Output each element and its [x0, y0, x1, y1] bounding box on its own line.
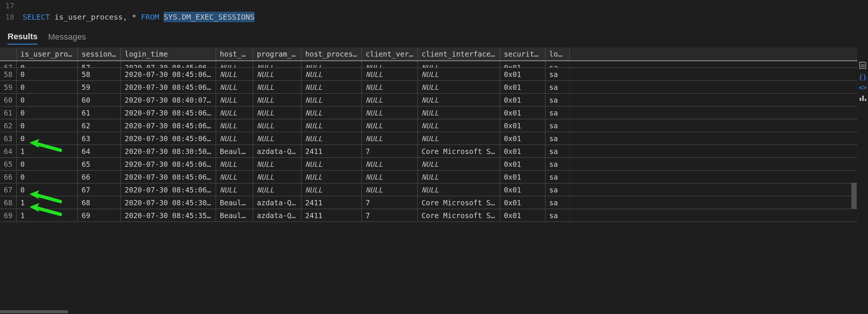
cell-host_process_id[interactable]: NULL: [301, 106, 362, 119]
cell-login_name[interactable]: sa: [545, 196, 570, 209]
cell-client_interface_name[interactable]: NULL: [418, 171, 500, 183]
cell-login_time[interactable]: 2020-07-30 08:45:30.117: [121, 196, 216, 209]
cell-login_time[interactable]: 2020-07-30 08:45:06.783: [121, 61, 216, 68]
cell-security_id[interactable]: 0x01: [500, 119, 545, 132]
cell-security_id[interactable]: 0x01: [500, 158, 545, 170]
cell-client_version[interactable]: NULL: [362, 158, 418, 170]
cell-session_id[interactable]: 66: [78, 171, 121, 183]
tab-results[interactable]: Results: [8, 32, 37, 45]
cell-session_id[interactable]: 59: [78, 81, 121, 93]
cell-host_name[interactable]: NULL: [216, 119, 253, 132]
column-header[interactable]: login_time: [121, 48, 216, 60]
cell-client_interface_name[interactable]: NULL: [418, 183, 500, 196]
table-row[interactable]: 620622020-07-30 08:45:06.783NULLNULLNULL…: [0, 119, 857, 132]
cell-is_user_process[interactable]: 0: [17, 106, 78, 119]
cell-host_name[interactable]: NULL: [216, 68, 253, 80]
cell-session_id[interactable]: 62: [78, 119, 121, 132]
save-json-icon[interactable]: {}: [859, 73, 867, 81]
horizontal-scrollbar-thumb[interactable]: [0, 310, 68, 313]
cell-client_version[interactable]: NULL: [362, 68, 418, 80]
cell-client_version[interactable]: NULL: [362, 132, 418, 145]
cell-host_process_id[interactable]: NULL: [301, 119, 362, 132]
cell-client_version[interactable]: NULL: [362, 171, 418, 183]
cell-session_id[interactable]: 58: [78, 68, 121, 80]
cell-login_name[interactable]: sa: [545, 158, 570, 170]
cell-client_interface_name[interactable]: NULL: [418, 68, 500, 80]
cell-client_interface_name[interactable]: NULL: [418, 106, 500, 119]
cell-session_id[interactable]: 63: [78, 132, 121, 145]
cell-session_id[interactable]: 69: [78, 209, 121, 222]
cell-program_name[interactable]: NULL: [253, 183, 301, 196]
cell-host_name[interactable]: NULL: [216, 94, 253, 106]
cell-host_process_id[interactable]: NULL: [301, 158, 362, 170]
cell-is_user_process[interactable]: 0: [17, 68, 78, 80]
cell-security_id[interactable]: 0x01: [500, 183, 545, 196]
column-header[interactable]: client_version: [362, 48, 418, 60]
cell-security_id[interactable]: 0x01: [500, 196, 545, 209]
cell-is_user_process[interactable]: 0: [17, 61, 78, 68]
cell-program_name[interactable]: azdata-Qu…: [253, 209, 301, 222]
cell-login_time[interactable]: 2020-07-30 08:45:06.783: [121, 183, 216, 196]
cell-is_user_process[interactable]: 0: [17, 119, 78, 132]
horizontal-scrollbar[interactable]: [0, 309, 857, 314]
cell-login_name[interactable]: sa: [545, 183, 570, 196]
table-row[interactable]: 630632020-07-30 08:45:06.783NULLNULLNULL…: [0, 132, 857, 145]
cell-program_name[interactable]: NULL: [253, 132, 301, 145]
cell-is_user_process[interactable]: 1: [17, 209, 78, 222]
cell-client_interface_name[interactable]: NULL: [418, 81, 500, 93]
cell-is_user_process[interactable]: 0: [17, 171, 78, 183]
cell-client_interface_name[interactable]: Core Microsoft Sql…: [418, 196, 500, 209]
cell-client_version[interactable]: NULL: [362, 61, 418, 68]
cell-login_time[interactable]: 2020-07-30 08:45:06.783: [121, 171, 216, 183]
tab-messages[interactable]: Messages: [48, 32, 86, 44]
cell-login_time[interactable]: 2020-07-30 08:45:06.783: [121, 132, 216, 145]
cell-security_id[interactable]: 0x01: [500, 94, 545, 106]
cell-host_process_id[interactable]: NULL: [301, 94, 362, 106]
table-row[interactable]: 641642020-07-30 08:30:50.277Beauli…azdat…: [0, 145, 857, 158]
cell-host_process_id[interactable]: 2411: [301, 145, 362, 157]
table-row[interactable]: 660662020-07-30 08:45:06.783NULLNULLNULL…: [0, 171, 857, 183]
cell-client_version[interactable]: NULL: [362, 183, 418, 196]
column-header[interactable]: host_process_id: [301, 48, 362, 60]
cell-login_time[interactable]: 2020-07-30 08:45:06.783: [121, 81, 216, 93]
cell-client_interface_name[interactable]: Core Microsoft Sql…: [418, 145, 500, 157]
cell-security_id[interactable]: 0x01: [500, 171, 545, 183]
column-header[interactable]: client_interface_name: [418, 48, 500, 60]
cell-login_name[interactable]: sa: [545, 81, 570, 93]
cell-login_name[interactable]: sa: [545, 61, 570, 68]
cell-program_name[interactable]: azdata-Qu…: [253, 196, 301, 209]
cell-program_name[interactable]: azdata-Qu…: [253, 145, 301, 157]
cell-host_name[interactable]: NULL: [216, 158, 253, 170]
table-row[interactable]: 610612020-07-30 08:45:06.783NULLNULLNULL…: [0, 106, 857, 119]
cell-host_name[interactable]: Beauli…: [216, 196, 253, 209]
cell-program_name[interactable]: NULL: [253, 94, 301, 106]
column-header[interactable]: host_name: [216, 48, 253, 60]
cell-host_process_id[interactable]: NULL: [301, 68, 362, 80]
cell-security_id[interactable]: 0x01: [500, 145, 545, 157]
cell-login_time[interactable]: 2020-07-30 08:45:06.783: [121, 158, 216, 170]
cell-security_id[interactable]: 0x01: [500, 81, 545, 93]
chart-icon[interactable]: [859, 94, 867, 103]
cell-login_name[interactable]: sa: [545, 106, 570, 119]
cell-login_name[interactable]: sa: [545, 171, 570, 183]
cell-client_version[interactable]: NULL: [362, 106, 418, 119]
cell-client_version[interactable]: NULL: [362, 81, 418, 93]
cell-session_id[interactable]: 61: [78, 106, 121, 119]
column-header[interactable]: login_n: [545, 48, 570, 60]
cell-program_name[interactable]: NULL: [253, 68, 301, 80]
cell-login_name[interactable]: sa: [545, 145, 570, 157]
table-row[interactable]: 590592020-07-30 08:45:06.783NULLNULLNULL…: [0, 81, 857, 94]
cell-login_name[interactable]: sa: [545, 209, 570, 222]
cell-client_interface_name[interactable]: NULL: [418, 132, 500, 145]
cell-host_process_id[interactable]: NULL: [301, 132, 362, 145]
cell-login_name[interactable]: sa: [545, 132, 570, 145]
cell-program_name[interactable]: NULL: [253, 158, 301, 170]
code-line[interactable]: SELECT is_user_process, * FROM SYS.DM_EX…: [23, 12, 255, 22]
cell-is_user_process[interactable]: 0: [17, 94, 78, 106]
cell-session_id[interactable]: 67: [78, 183, 121, 196]
cell-host_process_id[interactable]: 2411: [301, 196, 362, 209]
cell-login_time[interactable]: 2020-07-30 08:30:50.277: [121, 145, 216, 157]
cell-client_version[interactable]: 7: [362, 209, 418, 222]
cell-login_name[interactable]: sa: [545, 119, 570, 132]
cell-is_user_process[interactable]: 0: [17, 158, 78, 170]
